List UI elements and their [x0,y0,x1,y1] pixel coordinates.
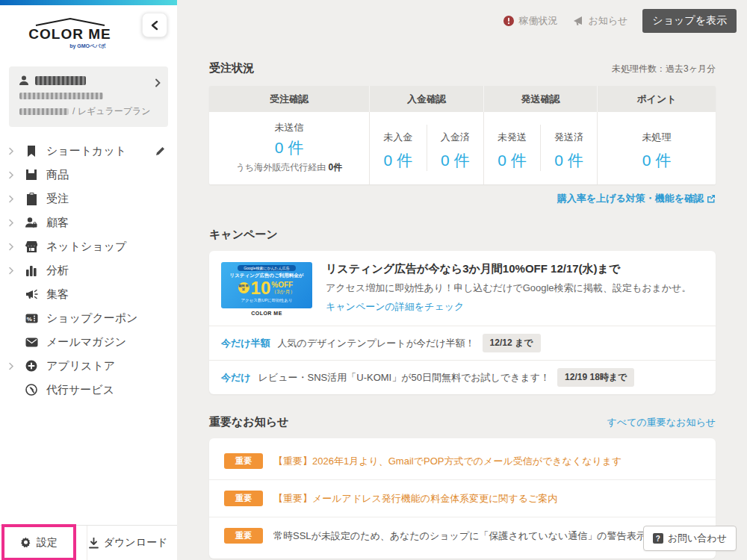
sidebar-item-orders[interactable]: 受注 [0,187,177,211]
chevron-right-icon [8,290,19,299]
order-status-note: 未処理件数：過去3ヶ月分 [612,63,716,75]
contact-button[interactable]: ? お問い合わせ [643,526,737,551]
announcement-megaphone-icon [572,16,584,27]
unsent-orders-cell[interactable]: 未送信 0 件 うち海外販売代行経由 0件 [209,112,370,184]
sidebar-item-customers[interactable]: 顧客 [0,211,177,234]
chevron-right-icon [8,171,19,179]
cell-label: 入金済 [441,131,470,144]
news-item[interactable]: 重要 常時SSLが未設定のため、あなたのショップに「保護されていない通信」の警告… [209,517,716,554]
news-item[interactable]: 重要 【重要】メールアドレス発行機能の料金体系変更に関するご案内 [209,479,716,517]
cell-value: 0 件 [554,150,583,171]
sidebar-nav: ショートカット 商品 受注 顧客 ネットショップ 分析 [0,139,177,402]
improve-purchase-rate-link[interactable]: 購入率を上げる対策・機能を確認 [557,192,716,205]
banner-big-number: 10 [251,280,271,296]
product-icon [23,169,40,181]
coupon-icon: % [23,314,40,323]
cell-value: 0 件 [441,150,470,171]
deadline-badge: 12/19 18時まで [557,368,634,387]
chevron-right-icon [8,195,19,203]
news-item[interactable]: 重要 【重要】2026年1月より、GmailでPOP方式でのメール受信ができなく… [209,443,716,479]
alert-badge-icon [503,15,515,27]
cell-label: 未入金 [383,131,412,144]
show-shop-button[interactable]: ショップを表示 [642,9,737,33]
download-button[interactable]: ダウンロード [87,526,169,560]
sidebar-item-appstore[interactable]: アプリストア [0,354,177,378]
edit-pencil-icon[interactable] [155,146,165,156]
cell-value: 0 件 [383,150,412,171]
deadline-badge: 12/12 まで [483,334,541,352]
sidebar-item-products[interactable]: 商品 [0,163,177,187]
banner-badge-text: 期間 限定 [238,282,249,293]
analytics-icon [23,265,40,276]
important-news-card: 重要 【重要】2026年1月より、GmailでPOP方式でのメール受信ができなく… [209,438,716,559]
chevron-right-icon [8,338,19,346]
chevron-right-icon [8,219,19,227]
gear-icon [20,537,31,548]
column-header: ポイント [598,86,716,112]
chevron-right-icon [8,243,19,251]
campaign-item[interactable]: 今だけ半額 人気のデザインテンプレートが今だけ半額！ 12/12 まで [209,326,716,360]
bookmark-icon [23,145,40,158]
order-status-title: 受注状況 [209,61,254,75]
campaign-item[interactable]: 今だけ レビュー・SNS活用「U-KOMI」が50日間無料でお試しできます！ 1… [209,360,716,394]
cell-label: 未処理 [642,131,672,144]
chevron-right-icon [8,267,19,275]
campaign-card: Google検索にかんたん広告 リスティング広告のご利用料金が 期間 限定 10… [209,251,716,394]
settings-button[interactable]: 設定 [1,524,76,560]
operation-status-link[interactable]: 稼働状況 [503,14,557,28]
cell-label: 未発送 [498,131,527,144]
column-header: 発送確認 [484,86,598,112]
sidebar-item-label: 代行サービス [46,383,114,397]
sidebar-item-analytics[interactable]: 分析 [0,258,177,282]
sidebar-item-label: アプリストア [46,359,115,373]
appstore-plus-icon [23,360,40,372]
important-badge: 重要 [224,491,263,506]
sidebar-item-netshop[interactable]: ネットショップ [0,234,177,258]
sidebar-item-coupon[interactable]: % ショップクーポン [0,306,177,330]
campaign-tag: 今だけ半額 [221,337,270,350]
sub-value: 0件 [329,162,343,172]
order-status-table: 受注確認 入金確認 発送確認 ポイント 未送信 0 件 うち海外販売代行経由 0… [209,86,716,184]
news-text: 【重要】2026年1月より、GmailでPOP方式でのメール受信ができなくなりま… [273,455,622,468]
chevron-right-icon [8,147,19,155]
sidebar-item-marketing[interactable]: 集客 [0,282,177,306]
points-cell[interactable]: 未処理 0 件 [598,112,716,184]
campaign-featured-item[interactable]: Google検索にかんたん広告 リスティング広告のご利用料金が 期間 限定 10… [209,251,716,326]
netshop-icon [23,240,40,252]
campaign-text: 人気のデザインテンプレートが今だけ半額！ [278,337,475,350]
payment-cells: 未入金 0 件 入金済 0 件 [370,112,484,184]
important-badge: 重要 [224,453,263,469]
all-important-news-link[interactable]: すべての重要なお知らせ [607,416,716,429]
sidebar-footer: 設定 ダウンロード [0,525,177,560]
column-header: 受注確認 [209,86,370,112]
sidebar-item-label: 受注 [46,192,69,206]
cell-value: 0 件 [498,150,527,171]
sidebar-item-agency-service[interactable]: 代行サービス [0,378,177,402]
paid-cell[interactable]: 入金済 0 件 [427,125,484,171]
campaign-section: キャンペーン Google検索にかんたん広告 リスティング広告のご利用料金が 期… [209,228,716,394]
redacted-shop-url [19,93,103,99]
sidebar-item-label: ネットショップ [46,240,126,254]
logo-title: COLOR ME [0,27,140,41]
link-label: 購入率を上げる対策・機能を確認 [557,192,704,205]
unshipped-cell[interactable]: 未発送 0 件 [484,125,540,171]
contact-label: お問い合わせ [668,532,727,545]
sidebar-item-label: メールマガジン [46,335,126,349]
important-news-section: 重要なお知らせ すべての重要なお知らせ 重要 【重要】2026年1月より、Gma… [209,415,716,559]
account-summary[interactable]: / レギュラープラン [9,66,168,127]
campaign-detail-link[interactable]: キャンペーンの詳細をチェック [326,300,691,314]
mailmagazine-icon [23,337,40,347]
sidebar-item-label: 集客 [46,287,69,302]
unpaid-cell[interactable]: 未入金 0 件 [370,125,427,171]
cell-label: 未送信 [275,121,304,134]
campaign-description: アクセス増加に即効性あり！申し込むだけでGoogle検索に掲載、設定もおまかせ。 [326,281,691,295]
svg-text:%: % [26,315,31,322]
chevron-right-icon [155,78,161,87]
sidebar-item-shortcut[interactable]: ショートカット [0,139,177,163]
campaign-tag: 今だけ [221,371,251,385]
shipped-cell[interactable]: 発送済 0 件 [540,125,597,171]
sidebar-item-mailmagazine[interactable]: メールマガジン [0,330,177,354]
announcements-link[interactable]: お知らせ [572,14,627,28]
sidebar-collapse-button[interactable] [142,13,167,37]
announcements-label: お知らせ [588,14,627,28]
